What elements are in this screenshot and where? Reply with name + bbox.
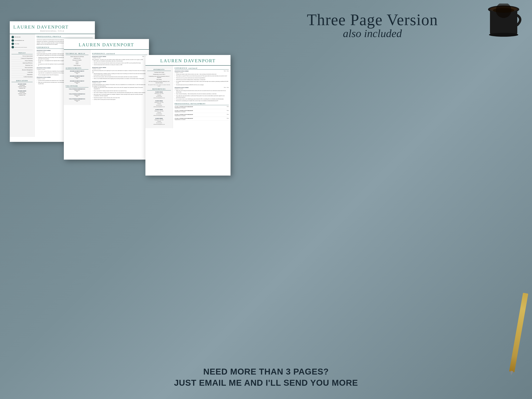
tech-skills-title: TECHNICAL SKILLS: [66, 53, 89, 55]
ref-2: NAME HERE Reference's Job Title Company …: [147, 100, 171, 108]
contact-linkedin: linkedin.com/in/yourfirst-lastname: [12, 46, 33, 48]
achievement-3: AWARD/ACHIEVEMENT Organization Date: [66, 80, 89, 84]
bottom-line1: NEED MORE THAN 3 PAGES?: [0, 366, 532, 377]
page1-header: LAUREN DAVENPORT PROFESSIONAL TITLE: [10, 21, 95, 34]
tech-skill-3: Hootsuite & Buffer: [66, 59, 89, 61]
page3-job2: POSITION TITLE HERE Date - Date Company,…: [175, 87, 229, 101]
skill-7: Resource Management: [12, 69, 33, 71]
volunteer-title: VOLUNTEER: [66, 85, 89, 88]
skill-2: Contracts & Negotiations: [12, 58, 33, 59]
skill-6: Risk Assessment: [12, 67, 33, 69]
skill-3: Project Planning: [12, 60, 33, 62]
skill-8: Leadership: [12, 71, 33, 73]
interest-3: Conquering every north east mountain wit…: [147, 76, 171, 79]
email-icon: [12, 39, 14, 42]
volunteer-1: VOLUNTEER EXPERIENCE Organization Date: [66, 88, 89, 92]
achievement-2: AWARD/ACHIEVEMENT Organization Date: [66, 75, 89, 79]
page3-sidebar: INTERESTS Coaching Little League Volunte…: [146, 66, 173, 128]
ref-3: NAME HERE Reference's Job Title Company …: [147, 109, 171, 116]
resume-page-2: LAUREN DAVENPORT TECHNICAL SKILLS Adobe …: [64, 39, 149, 160]
skill-5: Reducing Costs: [12, 64, 33, 66]
linkedin-icon: [12, 46, 14, 48]
top-title-block: Three Page Version also included: [275, 11, 470, 40]
interests-note: Be specific! This is your chance to conn…: [147, 84, 171, 87]
achievements-title: ACHIEVEMENTS: [66, 67, 89, 70]
page1-professional-title: PROFESSIONAL TITLE: [13, 30, 91, 32]
tech-skill-4: Asana: [66, 61, 89, 63]
interest-5: Hot Sauce Enthusiast (currently making m…: [147, 81, 171, 84]
page2-job3: POSITION TITLE HERE Company, Location Us…: [92, 81, 147, 100]
page2-main: EXPERIENCE continued POSITION TITLE HERE…: [90, 50, 149, 105]
subtitle: also included: [275, 27, 470, 40]
location-icon: [12, 43, 14, 45]
profile-section-title: PROFESSIONAL PROFILE: [37, 36, 93, 38]
contact-email: youremail@mail.com: [12, 39, 33, 42]
page2-job2: POSITION TITLE HERE Company, Location Re…: [92, 67, 147, 79]
ref-1: NAME HERE Reference's Job Title Company …: [147, 91, 171, 99]
dev-4: CLASS, COURSE OR WORKSHOP Organization o…: [175, 118, 229, 121]
skill-10: Conflict Resolution: [12, 76, 33, 78]
tech-skill-5: Trello: [66, 63, 89, 64]
dev-2: CLASS, COURSE OR WORKSHOP Organization o…: [175, 110, 229, 113]
bottom-text-block: NEED MORE THAN 3 PAGES? JUST EMAIL ME AN…: [0, 366, 532, 388]
edu-1: DEGREE HERE Concentration University, Lo…: [12, 83, 33, 89]
tech-skill-1: Adobe Illustrator & InDesign: [66, 56, 89, 57]
interest-2: Volunteering at local YMCA: [147, 74, 171, 75]
page2-name: LAUREN DAVENPORT: [67, 42, 146, 48]
tech-skill-2: HTML & CSS: [66, 58, 89, 59]
contact-phone: 555.555.5555: [12, 36, 33, 38]
contact-location: City, State: [12, 43, 33, 45]
page2-sidebar: TECHNICAL SKILLS Adobe Illustrator & InD…: [64, 50, 90, 105]
skill-4: Improving Efficiency: [12, 62, 33, 64]
bottom-line2: JUST EMAIL ME AND I'LL SEND YOU MORE: [0, 377, 532, 388]
page3-name: LAUREN DAVENPORT: [149, 58, 227, 63]
phone-icon: [12, 36, 14, 38]
main-title: Three Page Version: [275, 11, 470, 29]
page3-header: LAUREN DAVENPORT: [146, 55, 231, 66]
education-section-title: EDUCATION: [12, 80, 33, 82]
prof-dev-title: PROFESSIONAL DEVELOPMENT: [175, 103, 229, 105]
volunteer-3: VOLUNTEER EXPERIENCE Organization Date: [66, 98, 89, 102]
skill-9: Adaptability: [12, 74, 33, 76]
page3-main: EXPERIENCE continued POSITION TITLE HERE…: [173, 66, 231, 128]
ref-4: NAME HERE Reference's Job Title Company …: [147, 118, 171, 125]
page3-exp-title: EXPERIENCE continued: [175, 67, 229, 70]
page1-name: LAUREN DAVENPORT: [13, 25, 91, 30]
page2-header: LAUREN DAVENPORT: [64, 39, 149, 50]
page1-sidebar: 555.555.5555 youremail@mail.com City, St…: [10, 34, 35, 137]
skills-section-title: SKILLS: [12, 52, 33, 54]
interests-title: INTERESTS: [147, 69, 171, 71]
dev-1: CLASS, COURSE OR WORKSHOP Organization o…: [175, 106, 229, 109]
interest-1: Coaching Little League: [147, 72, 171, 73]
svg-point-4: [489, 33, 518, 37]
tech-skill-6: CRM Software: [66, 65, 89, 66]
interest-4: Heli-Skiing: [147, 79, 171, 80]
references-title: REFERENCES: [147, 88, 171, 90]
page3-job1: POSITION TITLE HERE Date - Date Company,…: [175, 70, 229, 85]
coffee-cup-decoration: [484, 4, 523, 43]
volunteer-2: VOLUNTEER EXPERIENCE Organization Date: [66, 93, 89, 97]
edu-2: DEGREE HERE Concentration University, Lo…: [12, 90, 33, 96]
exp-continued-title: EXPERIENCE continued: [92, 53, 147, 55]
resume-page-3: LAUREN DAVENPORT INTERESTS Coaching Litt…: [146, 55, 231, 176]
achievement-1: AWARD/ACHIEVEMENT Organization Date: [66, 70, 89, 74]
dev-3: CLASS, COURSE OR WORKSHOP Organization o…: [175, 114, 229, 117]
skill-1: Process Improvement: [12, 55, 33, 57]
page2-job1: POSITION TITLE HERE Date - Date Company,…: [92, 56, 147, 65]
